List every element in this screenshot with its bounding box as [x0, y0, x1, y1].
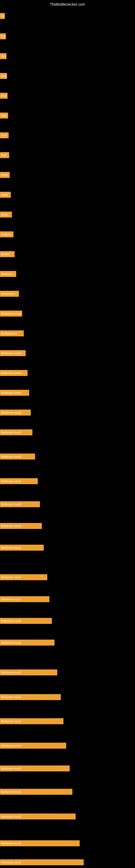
- bar-text: Bottl: [1, 134, 6, 137]
- bar-text: Bottleneck result: [1, 598, 21, 601]
- bar: Bottl: [0, 73, 7, 79]
- bar-text: Bottleneck result: [1, 525, 21, 528]
- bar-text: Bottleneck result: [1, 696, 21, 699]
- bar: Bo: [0, 13, 5, 19]
- bar-row: Bottleneck result: [0, 390, 29, 396]
- bar-row: Bottleneck result: [0, 501, 40, 507]
- bar-row: Bottl: [0, 113, 8, 119]
- bar: Bottleneck result: [0, 574, 47, 580]
- bar-row: Bottleneck result: [0, 670, 57, 675]
- bar: Bottlen: [0, 251, 14, 257]
- bar-text: Bottleneck result: [1, 503, 21, 506]
- bar: Bottleneck result: [0, 718, 63, 724]
- bar-text: Bottleneck result: [1, 546, 21, 549]
- bar-row: Bottleneck result: [0, 840, 80, 846]
- bar-text: Bottleneck r: [1, 292, 15, 296]
- bar: Bott: [0, 53, 6, 59]
- bar-row: Bottleneck result: [0, 694, 61, 700]
- bar-row: Bottleneck result: [0, 766, 70, 771]
- bar: Bottleneck result: [0, 694, 61, 700]
- bar-row: Bottleneck result: [0, 429, 32, 435]
- bar: Bottleneck result: [0, 478, 38, 484]
- bar: Bottle: [0, 212, 12, 218]
- bar-row: Bottleneck result: [0, 410, 31, 415]
- site-title: TheBottlenecker.com: [0, 0, 135, 8]
- bar: Bottleneck result: [0, 670, 57, 675]
- bar-row: Bo: [0, 13, 5, 19]
- bar: Bottl: [0, 113, 8, 119]
- bar-text: Bottleneck result: [1, 576, 21, 579]
- bar-text: Bottl: [1, 154, 6, 157]
- bar: Bottleneck result: [0, 840, 80, 846]
- bar-row: Bottleneck result: [0, 618, 52, 624]
- bar: Bottl: [0, 132, 9, 138]
- bar-text: Bottlene: [1, 233, 11, 236]
- bar: Bottleneck result: [0, 410, 31, 415]
- bar-text: Bottleneck result: [1, 720, 21, 723]
- bar-row: Bottleneck re: [0, 330, 24, 336]
- bar-text: Bottleneck re: [1, 332, 17, 335]
- bar-text: Bottleneck result: [1, 767, 21, 770]
- bar-row: Bottl: [0, 73, 7, 79]
- bar-row: Bottleneck result: [0, 859, 84, 865]
- bar-row: Bottleneck result: [0, 574, 47, 580]
- bar-text: Bottleneck result: [1, 861, 21, 864]
- bar-row: Bottleneck result: [0, 789, 72, 795]
- bar-row: Bottle: [0, 172, 10, 178]
- bar: Bottleneck result: [0, 523, 42, 529]
- bar-row: Bottl: [0, 152, 9, 158]
- bar-text: Bottleneck result: [1, 641, 21, 644]
- bar-text: Bott: [1, 55, 6, 58]
- bar-row: Bottleneck result: [0, 523, 42, 529]
- bar: Bottleneck re: [0, 330, 24, 336]
- bar-row: Bottleneck result: [0, 478, 38, 484]
- bar-row: Bottleneck result: [0, 545, 44, 551]
- bar-row: Bott: [0, 53, 6, 59]
- bar-text: Bottleneck result: [1, 815, 21, 818]
- bar: Bottleneck result: [0, 545, 44, 551]
- bar-text: Bottleneck result: [1, 744, 21, 747]
- bar-text: Bottle: [1, 213, 8, 216]
- bar: Bottlenec: [0, 271, 16, 277]
- bar: Bottleneck r: [0, 291, 19, 297]
- bar-text: Bottleneck result: [1, 411, 21, 414]
- bar: Bottleneck result: [0, 311, 22, 316]
- bar: Bottl: [0, 93, 8, 99]
- bar-row: Bottleneck result: [0, 743, 66, 749]
- bar-text: Bottleneck result: [1, 842, 21, 845]
- bar-row: Bottleneck result: [0, 454, 35, 460]
- bar: Bottleneck result: [0, 501, 40, 507]
- bar-text: Bottleneck result: [1, 790, 21, 794]
- bar-text: Bottleneck result: [1, 455, 21, 458]
- bar: Bottleneck result: [0, 350, 26, 356]
- bar-text: Bottl: [1, 114, 6, 117]
- bar-row: Bottleneck r: [0, 291, 19, 297]
- bar-text: Bottlen: [1, 253, 9, 256]
- bar-row: Bottle: [0, 212, 12, 218]
- bar: Bottle: [0, 192, 11, 198]
- bar: Bottleneck result: [0, 370, 28, 376]
- bar-text: Bottleneck result: [1, 392, 21, 394]
- bar: Bottleneck result: [0, 859, 84, 865]
- bar: Bottleneck result: [0, 596, 49, 602]
- bar-row: Bottleneck result: [0, 640, 54, 646]
- bar-row: Bottle: [0, 192, 11, 198]
- bar: Bottleneck result: [0, 813, 76, 819]
- bar-text: Bottle: [1, 193, 8, 196]
- bar-text: Bottleneck result: [1, 671, 21, 674]
- bar-text: Bottle: [1, 174, 8, 177]
- bar-text: Bottleneck result: [1, 620, 21, 622]
- bar: Bottlene: [0, 231, 13, 237]
- bar-row: Bottleneck result: [0, 350, 26, 356]
- bar-row: Bot: [0, 33, 6, 39]
- bar-text: Bottl: [1, 74, 6, 78]
- bar-row: Bottleneck result: [0, 813, 76, 819]
- bar: Bottleneck result: [0, 743, 66, 749]
- bar-text: Bo: [1, 14, 4, 18]
- bar-text: Bottleneck result: [1, 431, 21, 434]
- bar: Bottle: [0, 172, 10, 178]
- bar-row: Bottl: [0, 93, 8, 99]
- bar-row: Bottleneck result: [0, 718, 63, 724]
- bar: Bottleneck result: [0, 618, 52, 624]
- bar-text: Bottleneck result: [1, 352, 21, 355]
